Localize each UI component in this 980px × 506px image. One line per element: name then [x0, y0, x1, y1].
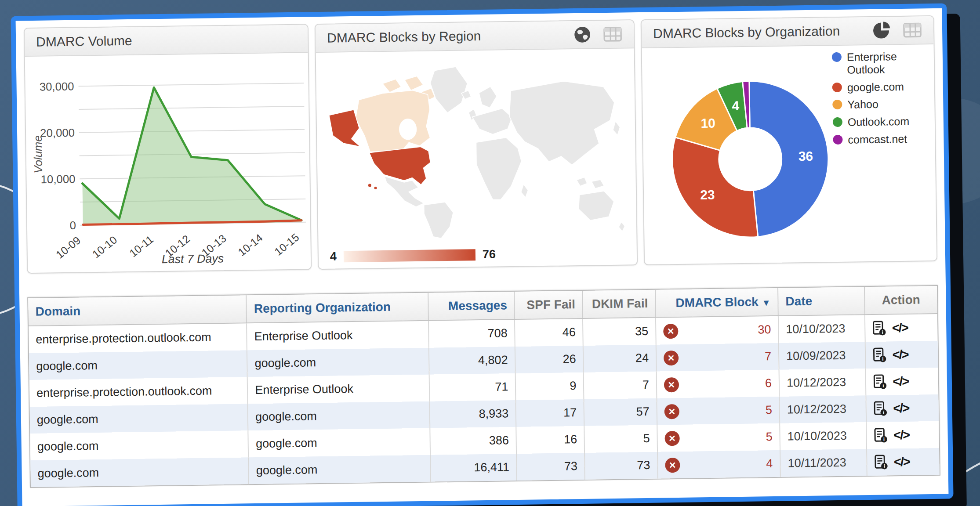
dmarc-fail-icon: ✕	[663, 323, 678, 338]
cell-action: i</>	[864, 314, 937, 342]
column-header-reporting-organization[interactable]: Reporting Organization	[246, 293, 428, 323]
svg-text:10,000: 10,000	[40, 173, 75, 185]
panel-title: DMARC Volume	[36, 33, 132, 50]
dmarc-block-count: 7	[765, 350, 771, 363]
cell-reporting-organization: Enterprise Outlook	[247, 321, 428, 351]
volume-area-chart: 010,00020,00030,00010-0910-1010-1110-121…	[25, 53, 311, 274]
panel-dmarc-volume: DMARC Volume 010,00020,00030,00010-0910-…	[24, 24, 312, 274]
world-choropleth-map	[316, 48, 637, 244]
cell-domain: google.com	[30, 430, 248, 460]
svg-text:Volume: Volume	[32, 135, 44, 173]
legend-item-enterprise-outlook: Enterprise Outlook	[832, 50, 931, 76]
cell-action: i</>	[865, 341, 938, 369]
globe-icon[interactable]	[573, 25, 592, 44]
panel-header: DMARC Blocks by Region	[316, 20, 634, 53]
svg-text:10-11: 10-11	[127, 233, 156, 260]
country-us	[369, 147, 431, 185]
cell-date: 10/10/2023	[778, 314, 865, 343]
legend-swatch	[832, 82, 842, 92]
panel-header: DMARC Volume	[25, 25, 308, 57]
dmarc-fail-icon: ✕	[664, 404, 679, 419]
legend-max-value: 76	[483, 248, 496, 261]
cell-date: 10/12/2023	[779, 369, 866, 397]
view-xml-icon[interactable]: </>	[892, 347, 908, 362]
legend-swatch	[832, 52, 842, 62]
svg-text:i: i	[883, 464, 885, 469]
view-xml-icon[interactable]: </>	[894, 455, 910, 469]
cell-action: i</>	[867, 448, 940, 476]
svg-text:30,000: 30,000	[40, 80, 74, 93]
cell-spf-fail: 16	[516, 426, 585, 454]
cell-dkim-fail: 7	[584, 372, 657, 399]
column-header-date[interactable]: Date	[778, 287, 864, 316]
cell-spf-fail: 73	[516, 453, 585, 481]
legend-item-google-com: google.com	[832, 80, 931, 94]
table-view-icon[interactable]	[603, 26, 623, 43]
column-header-domain[interactable]: Domain	[28, 295, 247, 326]
panel-dmarc-blocks-by-region: DMARC Blocks by Region	[315, 19, 638, 270]
column-header-dmarc-block[interactable]: DMARC Block▼	[655, 288, 778, 318]
svg-text:i: i	[882, 383, 884, 388]
svg-text:10: 10	[701, 116, 715, 130]
column-header-spf-fail: SPF Fail	[514, 291, 583, 319]
report-details-icon[interactable]: i	[873, 374, 886, 389]
dmarc-report-table: DomainReporting OrganizationMessagesSPF …	[27, 285, 940, 488]
cell-action: i</>	[866, 394, 939, 422]
report-details-icon[interactable]: i	[872, 321, 886, 336]
legend-label: google.com	[847, 80, 904, 94]
svg-text:i: i	[882, 410, 884, 415]
cell-date: 10/09/2023	[779, 342, 865, 370]
view-xml-icon[interactable]: </>	[892, 321, 908, 335]
cell-spf-fail: 17	[516, 399, 584, 427]
country-greenland	[430, 67, 468, 113]
report-details-icon[interactable]: i	[872, 347, 886, 363]
svg-text:0: 0	[69, 219, 76, 231]
table-view-icon[interactable]	[903, 22, 922, 39]
cell-dmarc-block: ✕30	[656, 316, 779, 345]
svg-text:20,000: 20,000	[40, 126, 75, 139]
svg-text:i: i	[882, 330, 883, 335]
cell-dkim-fail: 57	[584, 398, 657, 426]
report-details-icon[interactable]: i	[874, 427, 887, 443]
svg-text:10-10: 10-10	[90, 234, 119, 260]
column-header-messages[interactable]: Messages	[428, 292, 515, 321]
dmarc-fail-icon: ✕	[664, 430, 679, 445]
svg-text:36: 36	[799, 149, 813, 163]
choropleth-scale	[344, 249, 475, 262]
cell-action: i</>	[866, 421, 939, 449]
choropleth-legend: 4 76	[330, 248, 496, 264]
view-xml-icon[interactable]: </>	[893, 428, 909, 442]
svg-text:10-15: 10-15	[272, 231, 301, 258]
legend-swatch	[833, 135, 842, 145]
donut-legend: Enterprise Outlookgoogle.comYahooOutlook…	[832, 50, 932, 151]
legend-label: comcast.net	[848, 133, 907, 146]
svg-text:4: 4	[732, 98, 739, 113]
cell-domain: google.com	[30, 457, 249, 487]
cell-dkim-fail: 73	[585, 452, 658, 480]
report-details-icon[interactable]: i	[874, 454, 888, 470]
cell-dmarc-block: ✕7	[656, 343, 779, 372]
dmarc-fail-icon: ✕	[664, 377, 679, 392]
cell-dkim-fail: 24	[583, 345, 656, 372]
svg-text:23: 23	[700, 188, 715, 202]
pie-chart-icon[interactable]	[873, 21, 892, 40]
cell-domain: enterprise.protection.outlook.com	[29, 323, 247, 353]
cell-reporting-organization: google.com	[248, 428, 430, 458]
dmarc-block-count: 4	[766, 457, 773, 470]
legend-label: Yahoo	[847, 98, 878, 111]
legend-label: Outlook.com	[848, 115, 910, 129]
charts-row: DMARC Volume 010,00020,00030,00010-0910-…	[24, 15, 937, 274]
cell-messages: 16,411	[430, 454, 517, 482]
cell-reporting-organization: google.com	[248, 455, 430, 484]
report-details-icon[interactable]: i	[873, 401, 887, 416]
view-xml-icon[interactable]: </>	[893, 374, 908, 389]
cell-dmarc-block: ✕6	[656, 370, 779, 398]
cell-spf-fail: 9	[515, 372, 584, 400]
cell-reporting-organization: google.com	[247, 348, 429, 377]
legend-min-value: 4	[330, 250, 337, 264]
dmarc-block-count: 5	[766, 403, 772, 417]
cell-dmarc-block: ✕5	[657, 423, 780, 452]
panel-title: DMARC Blocks by Region	[327, 29, 481, 46]
legend-label: Enterprise Outlook	[847, 50, 931, 76]
view-xml-icon[interactable]: </>	[893, 401, 909, 416]
